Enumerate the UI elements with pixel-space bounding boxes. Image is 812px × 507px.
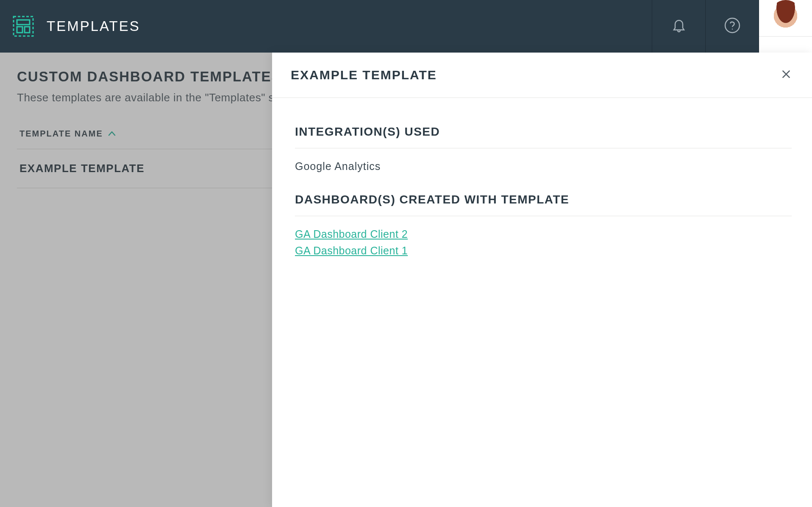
dashboards-section-title: DASHBOARD(S) CREATED WITH TEMPLATE [295, 193, 792, 216]
svg-rect-3 [25, 27, 30, 33]
dashboards-list: GA Dashboard Client 2 GA Dashboard Clien… [295, 216, 792, 281]
header-title: TEMPLATES [47, 18, 140, 34]
user-avatar[interactable] [759, 0, 812, 53]
help-button[interactable] [705, 0, 759, 53]
avatar-image [759, 0, 812, 53]
app-header: TEMPLATES [0, 0, 812, 53]
close-icon [781, 69, 792, 81]
panel-header: EXAMPLE TEMPLATE [272, 53, 812, 98]
help-icon [724, 17, 741, 36]
svg-point-4 [725, 18, 740, 33]
header-left: TEMPLATES [12, 15, 140, 38]
integrations-list: Google Analytics [295, 148, 792, 193]
svg-rect-1 [17, 20, 30, 25]
header-right [652, 0, 812, 53]
panel-body: INTEGRATION(S) USED Google Analytics DAS… [272, 98, 812, 281]
template-detail-panel: EXAMPLE TEMPLATE INTEGRATION(S) USED Goo… [272, 53, 812, 507]
templates-logo-icon [12, 15, 35, 38]
svg-rect-2 [17, 27, 22, 33]
notifications-button[interactable] [652, 0, 705, 53]
panel-title: EXAMPLE TEMPLATE [291, 68, 437, 82]
close-button[interactable] [781, 69, 792, 81]
dashboard-link[interactable]: GA Dashboard Client 1 [295, 245, 408, 257]
bell-icon [671, 17, 687, 36]
integrations-section-title: INTEGRATION(S) USED [295, 125, 792, 148]
integration-item: Google Analytics [295, 160, 792, 173]
svg-point-5 [731, 28, 732, 29]
dashboard-link[interactable]: GA Dashboard Client 2 [295, 228, 408, 240]
